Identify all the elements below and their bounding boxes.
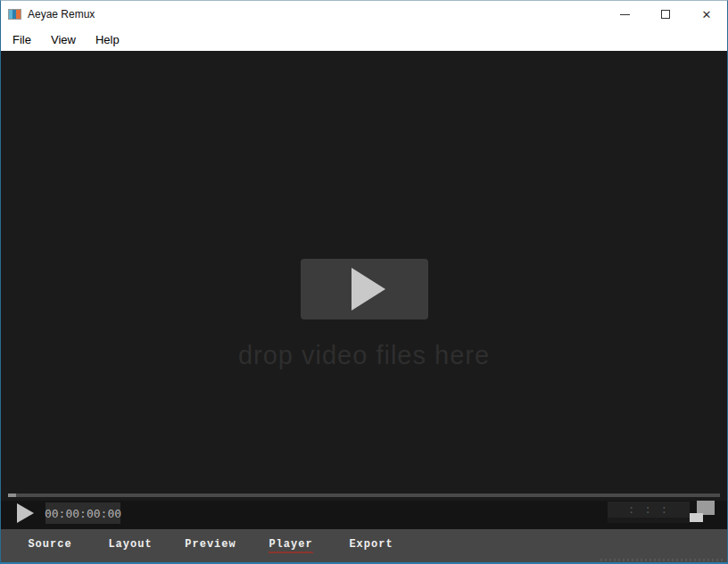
tab-layout[interactable]: Layout [90, 529, 170, 562]
close-icon: ✕ [702, 9, 712, 21]
maximize-button[interactable] [645, 1, 686, 28]
tab-export-label: Export [349, 538, 393, 553]
big-play-button[interactable] [301, 259, 428, 319]
window-body: drop video files here 00:00:00:00 : : : … [1, 51, 727, 562]
minimize-button[interactable] [604, 1, 645, 28]
window-title: Aeyae Remux [28, 8, 95, 21]
maximize-icon [661, 10, 670, 19]
tab-export[interactable]: Export [331, 529, 411, 562]
seek-timeline[interactable] [8, 494, 720, 497]
minimize-icon [620, 14, 630, 15]
current-timecode: 00:00:00:00 [46, 502, 120, 524]
frame-crop-icon-inner [690, 513, 703, 522]
tab-player-label: Player [269, 538, 312, 553]
drop-files-hint: drop video files here [1, 341, 727, 370]
app-window: Aeyae Remux ✕ File View Help drop video … [0, 0, 728, 564]
title-bar: Aeyae Remux ✕ [1, 1, 727, 28]
video-canvas[interactable]: drop video files here 00:00:00:00 : : : [1, 51, 727, 529]
display-toggle-button[interactable] [688, 499, 716, 526]
menu-help[interactable]: Help [86, 28, 129, 51]
menu-view[interactable]: View [41, 28, 86, 51]
play-icon [352, 268, 385, 311]
menu-file[interactable]: File [3, 28, 41, 51]
tab-source-label: Source [28, 538, 71, 553]
tab-layout-label: Layout [108, 538, 152, 553]
duration-timecode: : : : [608, 502, 690, 518]
tab-player[interactable]: Player [251, 529, 331, 562]
bottom-tab-bar: Source Layout Preview Player Export [1, 529, 727, 562]
app-logo-icon [8, 9, 21, 20]
window-resize-grip[interactable] [600, 559, 725, 561]
tab-preview[interactable]: Preview [170, 529, 251, 562]
playhead-marker[interactable] [8, 494, 16, 497]
tab-source[interactable]: Source [10, 529, 90, 562]
play-button[interactable] [17, 503, 34, 523]
duration-box-shadow [608, 518, 690, 523]
close-button[interactable]: ✕ [686, 1, 727, 28]
menu-bar: File View Help [1, 28, 727, 51]
tab-preview-label: Preview [185, 538, 236, 553]
